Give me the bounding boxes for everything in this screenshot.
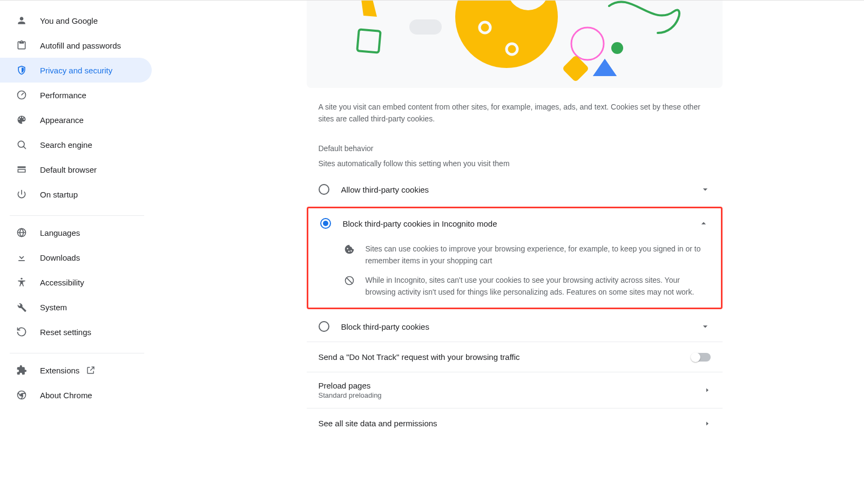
sidebar-item-label: Default browser	[40, 165, 97, 174]
divider	[10, 215, 144, 216]
option-label: Block third-party cookies in Incognito m…	[343, 219, 698, 228]
sidebar-item-about-chrome[interactable]: About Chrome	[0, 383, 152, 407]
shield-icon	[16, 65, 27, 76]
sidebar-item-appearance[interactable]: Appearance	[0, 107, 152, 132]
radio-unchecked-icon	[319, 184, 329, 195]
svg-rect-10	[357, 29, 380, 52]
svg-rect-14	[562, 55, 589, 83]
sidebar-item-downloads[interactable]: Downloads	[0, 245, 152, 270]
cookie-icon	[344, 244, 355, 255]
setting-preload-pages[interactable]: Preload pages Standard preloading	[307, 372, 723, 408]
extension-icon	[16, 365, 27, 376]
browser-icon	[16, 164, 27, 175]
setting-see-all-site-data[interactable]: See all site data and permissions	[307, 408, 723, 438]
sidebar-item-privacy[interactable]: Privacy and security	[0, 58, 152, 83]
clipboard-icon	[16, 40, 27, 51]
sidebar-item-label: Search engine	[40, 140, 92, 149]
restore-icon	[16, 326, 27, 337]
power-icon	[16, 189, 27, 200]
sidebar-item-label: Accessibility	[40, 278, 84, 287]
sidebar-item-autofill[interactable]: Autofill and passwords	[0, 33, 152, 58]
setting-title: Preload pages	[319, 381, 704, 390]
sidebar-item-label: System	[40, 303, 67, 312]
option-block-incognito[interactable]: Block third-party cookies in Incognito m…	[308, 208, 721, 239]
search-icon	[16, 139, 27, 150]
arrow-right-icon	[704, 420, 711, 427]
sidebar-item-label: Languages	[40, 228, 80, 237]
sidebar-item-extensions[interactable]: Extensions	[0, 358, 152, 383]
chevron-down-icon[interactable]	[700, 184, 711, 195]
person-icon	[16, 15, 27, 26]
radio-unchecked-icon	[319, 321, 329, 332]
setting-do-not-track[interactable]: Send a "Do Not Track" request with your …	[307, 342, 723, 372]
hero-illustration	[307, 1, 723, 88]
sidebar-item-search-engine[interactable]: Search engine	[0, 132, 152, 157]
speedometer-icon	[16, 90, 27, 100]
download-icon	[16, 252, 27, 263]
wrench-icon	[16, 302, 27, 312]
sidebar-item-reset[interactable]: Reset settings	[0, 319, 152, 344]
option-allow-third-party[interactable]: Allow third-party cookies	[307, 174, 723, 205]
svg-point-12	[571, 28, 604, 60]
sidebar-item-label: Performance	[40, 91, 86, 100]
detail-text: While in Incognito, sites can't use your…	[366, 274, 709, 298]
divider	[10, 353, 144, 353]
option-label: Allow third-party cookies	[341, 185, 700, 194]
svg-point-1	[18, 141, 24, 147]
default-behavior-label: Default behavior	[307, 125, 723, 153]
sidebar-item-languages[interactable]: Languages	[0, 220, 152, 245]
default-behavior-sub: Sites automatically follow this setting …	[307, 153, 723, 174]
svg-point-13	[611, 42, 623, 54]
setting-subtitle: Standard preloading	[319, 391, 704, 399]
sidebar-item-you-and-google[interactable]: You and Google	[0, 8, 152, 33]
svg-point-3	[21, 278, 22, 280]
sidebar-item-accessibility[interactable]: Accessibility	[0, 270, 152, 295]
sidebar-item-label: Appearance	[40, 115, 84, 125]
sidebar-item-label: About Chrome	[40, 391, 92, 400]
sidebar-item-on-startup[interactable]: On startup	[0, 182, 152, 207]
sidebar-item-label: Autofill and passwords	[40, 41, 121, 50]
chrome-icon	[16, 390, 27, 400]
option-details: Sites can use cookies to improve your br…	[308, 239, 721, 308]
sidebar-item-label: On startup	[40, 190, 78, 199]
main-content: A site you visit can embed content from …	[154, 0, 864, 504]
option-label: Block third-party cookies	[341, 322, 700, 331]
sidebar-item-system[interactable]: System	[0, 295, 152, 319]
cookies-panel: A site you visit can embed content from …	[307, 1, 723, 504]
chevron-down-icon[interactable]	[700, 321, 711, 332]
globe-icon	[16, 227, 27, 238]
highlighted-selection: Block third-party cookies in Incognito m…	[307, 207, 723, 309]
block-icon	[344, 275, 355, 286]
sidebar-item-label: You and Google	[40, 16, 98, 25]
setting-title: Send a "Do Not Track" request with your …	[319, 352, 691, 362]
palette-icon	[16, 114, 27, 125]
intro-text: A site you visit can embed content from …	[307, 88, 723, 125]
toggle-off[interactable]	[691, 353, 711, 362]
radio-checked-icon	[320, 218, 331, 229]
option-block-all[interactable]: Block third-party cookies	[307, 311, 723, 342]
open-in-new-icon	[86, 365, 96, 375]
settings-sidebar: You and Google Autofill and passwords Pr…	[0, 0, 154, 504]
svg-point-6	[455, 1, 558, 68]
sidebar-item-label: Reset settings	[40, 328, 91, 337]
sidebar-item-label: Privacy and security	[40, 66, 112, 75]
accessibility-icon	[16, 277, 27, 288]
chevron-up-icon[interactable]	[698, 218, 709, 229]
setting-title: See all site data and permissions	[319, 419, 704, 428]
arrow-right-icon	[704, 387, 711, 393]
sidebar-item-label: Downloads	[40, 253, 80, 262]
sidebar-item-default-browser[interactable]: Default browser	[0, 157, 152, 182]
svg-rect-11	[409, 19, 442, 35]
sidebar-item-label: Extensions	[40, 366, 79, 375]
sidebar-item-performance[interactable]: Performance	[0, 83, 152, 107]
detail-text: Sites can use cookies to improve your br…	[366, 243, 709, 267]
